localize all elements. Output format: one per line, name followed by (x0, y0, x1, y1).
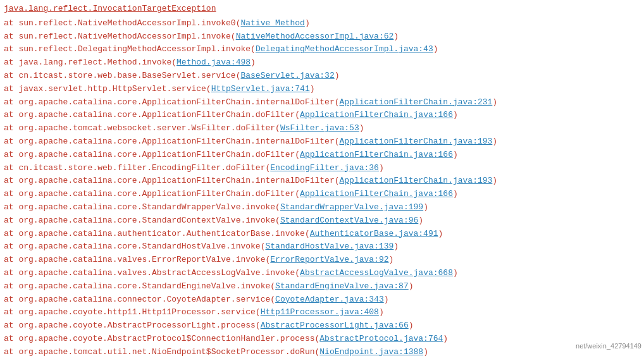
stack-link[interactable]: NativeMethodAccessorImpl.java:62 (236, 32, 394, 41)
trace-line: at org.apache.tomcat.websocket.server.Ws… (4, 122, 640, 135)
suffix: ) (379, 163, 384, 173)
class-method: org.apache.coyote.http11.Http11Processor… (18, 307, 260, 317)
exception-title: java.lang.reflect.InvocationTargetExcept… (4, 3, 640, 16)
class-method: org.apache.catalina.connector.CoyoteAdap… (18, 295, 275, 304)
stack-link[interactable]: StandardHostValve.java:139 (265, 242, 393, 251)
stack-link[interactable]: Native Method (240, 18, 304, 28)
stack-lines: at sun.reflect.NativeMethodAccessorImpl.… (4, 17, 640, 356)
stack-link[interactable]: ErrorReportValve.java:92 (270, 255, 388, 264)
class-method: org.apache.catalina.core.ApplicationFilt… (18, 110, 300, 120)
class-method: javax.servlet.http.HttpServlet.service( (18, 84, 211, 94)
at-keyword: at (4, 281, 18, 291)
stack-link[interactable]: CoyoteAdapter.java:343 (275, 295, 384, 304)
suffix: ) (438, 229, 443, 238)
at-keyword: at (4, 334, 18, 343)
suffix: ) (251, 58, 256, 67)
suffix: ) (335, 71, 340, 80)
trace-line: at org.apache.catalina.authenticator.Aut… (4, 228, 640, 241)
stack-link[interactable]: WsFilter.java:53 (280, 123, 359, 133)
at-keyword: at (4, 242, 18, 251)
at-keyword: at (4, 71, 18, 80)
suffix: ) (393, 242, 399, 251)
stack-link[interactable]: StandardContextValve.java:96 (280, 216, 418, 225)
suffix: ) (418, 216, 423, 225)
stack-link[interactable]: ApplicationFilterChain.java:166 (300, 189, 453, 199)
trace-line: at org.apache.catalina.core.ApplicationF… (4, 135, 640, 149)
at-keyword: at (4, 123, 18, 133)
at-keyword: at (4, 176, 18, 185)
suffix: ) (492, 137, 497, 146)
class-method: org.apache.catalina.core.StandardEngineV… (18, 281, 275, 291)
stack-link[interactable]: ApplicationFilterChain.java:193 (340, 137, 493, 146)
trace-line: at org.apache.coyote.AbstractProcessorLi… (4, 319, 640, 333)
trace-line: at org.apache.catalina.core.ApplicationF… (4, 109, 640, 122)
stack-link[interactable]: StandardEngineValve.java:87 (275, 281, 409, 291)
at-keyword: at (4, 295, 18, 304)
class-method: org.apache.catalina.core.ApplicationFilt… (18, 150, 300, 159)
trace-line: at java.lang.reflect.Method.invoke(Metho… (4, 56, 640, 70)
at-keyword: at (4, 58, 18, 67)
trace-line: at org.apache.catalina.connector.CoyoteA… (4, 293, 640, 307)
class-method: org.apache.catalina.core.ApplicationFilt… (18, 176, 339, 185)
class-method: sun.reflect.NativeMethodAccessorImpl.inv… (18, 32, 235, 41)
stack-link[interactable]: EncodingFilter.java:36 (270, 163, 379, 173)
class-method: org.apache.catalina.core.StandardContext… (18, 216, 280, 225)
trace-line: at org.apache.catalina.core.ApplicationF… (4, 149, 640, 162)
suffix: ) (492, 97, 497, 107)
class-method: org.apache.catalina.core.ApplicationFilt… (18, 189, 300, 199)
stack-link[interactable]: AbstractProtocol.java:764 (319, 334, 443, 343)
trace-line: at sun.reflect.NativeMethodAccessorImpl.… (4, 30, 640, 44)
stack-link[interactable]: DelegatingMethodAccessorImpl.java:43 (256, 44, 433, 54)
trace-line: at org.apache.catalina.core.StandardWrap… (4, 201, 640, 214)
suffix: ) (384, 295, 389, 304)
suffix: ) (310, 84, 315, 94)
class-method: org.apache.coyote.AbstractProcessorLight… (18, 321, 260, 330)
stacktrace-container: java.lang.reflect.InvocationTargetExcept… (0, 0, 644, 356)
at-keyword: at (4, 307, 18, 317)
at-keyword: at (4, 268, 18, 278)
at-keyword: at (4, 216, 18, 225)
trace-line: at org.apache.catalina.core.StandardEngi… (4, 280, 640, 293)
trace-line: at org.apache.coyote.AbstractProtocol$Co… (4, 333, 640, 346)
class-method: org.apache.coyote.AbstractProtocol$Conne… (18, 334, 319, 343)
stack-link[interactable]: StandardWrapperValve.java:199 (280, 202, 423, 212)
stack-link[interactable]: HttpServlet.java:741 (211, 84, 310, 94)
stack-link[interactable]: BaseServlet.java:32 (240, 71, 334, 80)
stack-link[interactable]: ApplicationFilterChain.java:166 (300, 110, 453, 120)
stack-link[interactable]: NioEndpoint.java:1388 (319, 347, 423, 356)
suffix: ) (453, 268, 458, 278)
class-method: org.apache.catalina.core.StandardWrapper… (18, 202, 280, 212)
suffix: ) (393, 32, 399, 41)
stack-link[interactable]: ApplicationFilterChain.java:166 (300, 150, 453, 159)
class-method: org.apache.catalina.core.ApplicationFilt… (18, 137, 339, 146)
class-method: org.apache.catalina.core.ApplicationFilt… (18, 97, 339, 107)
at-keyword: at (4, 97, 18, 107)
at-keyword: at (4, 32, 18, 41)
at-keyword: at (4, 110, 18, 120)
class-method: org.apache.catalina.core.StandardHostVal… (18, 242, 265, 251)
suffix: ) (409, 321, 414, 330)
trace-line: at org.apache.catalina.core.ApplicationF… (4, 175, 640, 188)
trace-line: at org.apache.catalina.core.StandardHost… (4, 240, 640, 254)
suffix: ) (423, 202, 428, 212)
trace-line: at sun.reflect.DelegatingMethodAccessorI… (4, 43, 640, 56)
suffix: ) (423, 347, 428, 356)
trace-line: at org.apache.tomcat.util.net.NioEndpoin… (4, 346, 640, 356)
trace-line: at org.apache.catalina.valves.AbstractAc… (4, 267, 640, 280)
stack-link[interactable]: AuthenticatorBase.java:491 (310, 229, 438, 238)
watermark: net/weixin_42794149 (576, 341, 641, 352)
stack-link[interactable]: Http11Processor.java:408 (261, 307, 379, 317)
class-method: org.apache.catalina.valves.ErrorReportVa… (18, 255, 270, 264)
trace-line: at org.apache.catalina.valves.ErrorRepor… (4, 254, 640, 267)
at-keyword: at (4, 44, 18, 54)
stack-link[interactable]: AbstractProcessorLight.java:66 (261, 321, 409, 330)
suffix: ) (305, 18, 310, 28)
stack-link[interactable]: ApplicationFilterChain.java:193 (340, 176, 493, 185)
stack-link[interactable]: ApplicationFilterChain.java:231 (340, 97, 493, 107)
trace-line: at cn.itcast.store.web.filter.EncodingFi… (4, 162, 640, 175)
at-keyword: at (4, 347, 18, 356)
stack-link[interactable]: AbstractAccessLogValve.java:668 (300, 268, 453, 278)
suffix: ) (443, 334, 448, 343)
suffix: ) (359, 123, 364, 133)
stack-link[interactable]: Method.java:498 (176, 58, 251, 67)
